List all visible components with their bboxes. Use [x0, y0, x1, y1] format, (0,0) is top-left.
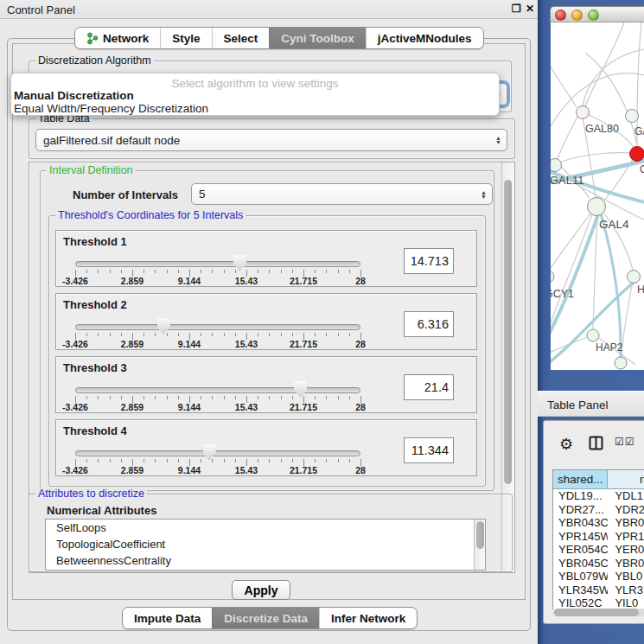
tab-discretize-data[interactable]: Discretize Data [212, 608, 319, 628]
tick-label: 9.144 [178, 276, 201, 286]
network-node-gal80[interactable] [577, 106, 590, 119]
select-columns-icon[interactable]: ☑☑ [615, 436, 635, 448]
table-row[interactable]: YBL079WYBL0 [553, 570, 644, 583]
column-header-shared-name[interactable]: shared... [553, 470, 608, 488]
table-horizontal-scrollbar[interactable] [553, 609, 644, 616]
float-window-icon[interactable]: ❐ [512, 3, 521, 15]
table-row[interactable]: YLR345WYLR3 [553, 583, 644, 597]
tick-mark [155, 270, 156, 273]
network-canvas[interactable]: GAL80GACGAL11GAL4GCY1HAHAP2 [551, 22, 644, 370]
tab-select[interactable]: Select [212, 28, 270, 48]
table-row[interactable]: YDR27...YDR2 [553, 503, 644, 517]
apply-button[interactable]: Apply [232, 580, 290, 600]
threshold-value-field[interactable]: 6.316 [404, 311, 454, 337]
gear-icon[interactable]: ⚙ [559, 435, 573, 454]
tick-label: 15.43 [235, 465, 258, 475]
node-table: shared... na YDL19...YDL1YDR27...YDR2YBR… [552, 469, 644, 609]
minimize-traffic-light-icon[interactable] [571, 10, 583, 21]
tick-mark [349, 396, 350, 399]
tick-mark [167, 459, 168, 462]
slider-track[interactable] [75, 450, 360, 456]
close-window-icon[interactable]: ✕ [526, 3, 534, 15]
algorithm-option-equal-width[interactable]: Equal Width/Frequency Discretization [14, 102, 208, 115]
threshold-value-field[interactable]: 21.4 [404, 374, 454, 400]
network-node-label: GAL11 [551, 174, 584, 187]
tick-mark [338, 396, 339, 399]
tick-mark [155, 459, 156, 462]
attribute-list-item[interactable]: BetweennessCentrality [46, 552, 485, 569]
interval-definition-title: Interval Definition [47, 164, 136, 176]
attribute-list-item[interactable]: SelfLoops [46, 520, 485, 536]
numerical-attributes-label: Numerical Attributes [47, 504, 156, 517]
number-of-intervals-combobox[interactable]: 5 ▲▼ [191, 183, 493, 205]
settings-scrollbar-thumb[interactable] [504, 180, 512, 484]
top-tabbar: Network Style Select Cyni Toolbox jActiv… [74, 27, 484, 49]
table-row[interactable]: YDL19...YDL1 [553, 489, 644, 503]
tick-mark [212, 270, 213, 273]
tick-mark [326, 396, 327, 399]
tick-label: 2.859 [121, 402, 143, 412]
tick-label: 9.144 [178, 402, 201, 412]
tick-mark [281, 270, 282, 273]
table-data-combobox[interactable]: galFiltered.sif default node ▲▼ [35, 129, 507, 151]
attributes-scrollbar-thumb[interactable] [476, 521, 484, 549]
table-panel-title: Table Panel [547, 399, 609, 411]
tab-style[interactable]: Style [160, 28, 211, 48]
tick-mark [98, 396, 99, 399]
network-node-ha[interactable] [628, 271, 641, 284]
table-row[interactable]: YBR045CYBR0 [553, 557, 644, 571]
tick-mark [326, 459, 327, 462]
tick-mark [269, 459, 270, 462]
tick-mark [326, 333, 327, 336]
network-node-ga[interactable] [626, 110, 639, 123]
table-row[interactable]: YIL052CYIL0 [553, 596, 644, 609]
tick-mark [258, 459, 258, 462]
tab-infer-network[interactable]: Infer Network [319, 608, 417, 628]
network-node-c[interactable] [630, 147, 644, 162]
tick-mark [338, 333, 339, 336]
slider-track[interactable] [75, 261, 360, 267]
tab-network[interactable]: Network [75, 28, 160, 48]
table-hscrollbar-thumb[interactable] [554, 609, 639, 616]
network-node[interactable] [615, 357, 627, 369]
threshold-label: Threshold 1 [63, 235, 127, 248]
tick-mark [98, 333, 99, 336]
tab-cyni-toolbox[interactable]: Cyni Toolbox [269, 28, 366, 48]
algorithm-placeholder: Select algorithm to view settings [11, 77, 499, 90]
algorithm-option-manual[interactable]: Manual Discretization [14, 89, 134, 102]
slider-track[interactable] [75, 324, 360, 330]
attributes-list-scrollbar[interactable] [474, 520, 485, 570]
maximize-traffic-light-icon[interactable] [588, 10, 599, 21]
threshold-value-field[interactable]: 11.344 [404, 437, 454, 463]
attribute-list-item[interactable]: TopologicalCoefficient [46, 536, 485, 552]
table-data-value: galFiltered.sif default node [43, 134, 180, 147]
tab-jactivemnodules[interactable]: jActiveMNodules [366, 28, 483, 48]
slider-track[interactable] [75, 387, 360, 393]
node-table-header: shared... na [553, 470, 644, 489]
tab-impute-data[interactable]: Impute Data [123, 608, 212, 628]
tick-label: 28 [355, 402, 366, 412]
column-header-name[interactable]: na [608, 470, 644, 488]
tick-mark [224, 459, 225, 462]
tick-label: 21.715 [290, 339, 317, 349]
tick-mark [212, 333, 213, 336]
tick-label: 2.859 [121, 339, 143, 349]
tick-label: 9.144 [178, 465, 201, 475]
network-node-hap2[interactable] [587, 329, 599, 341]
table-row[interactable]: YER054CYER0 [553, 543, 644, 557]
network-window-titlebar[interactable] [550, 6, 644, 22]
network-tab-icon [86, 32, 99, 45]
network-node-gcy1[interactable] [551, 271, 554, 283]
tick-label: 2.859 [121, 465, 143, 475]
close-traffic-light-icon[interactable] [555, 10, 566, 21]
network-node-gal4[interactable] [588, 198, 606, 216]
threshold-value-field[interactable]: 14.713 [404, 248, 454, 274]
network-node-label: HAP2 [596, 341, 623, 354]
network-node-gal11[interactable] [551, 159, 562, 172]
tick-mark [269, 333, 270, 336]
table-row[interactable]: YPR145WYPR1 [553, 530, 644, 544]
bottom-tabbar: Impute Data Discretize Data Infer Networ… [122, 607, 418, 629]
table-row[interactable]: YBR043CYBR0 [553, 516, 644, 530]
split-columns-icon[interactable] [589, 436, 603, 450]
tick-mark [315, 459, 316, 462]
